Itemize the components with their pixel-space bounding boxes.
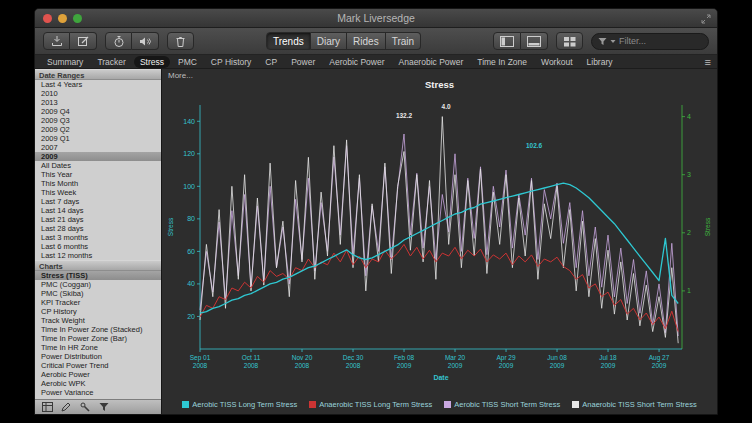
series-anaerobic-tiss-long-term-stress: [200, 244, 678, 331]
tab-summary[interactable]: Summary: [41, 56, 89, 68]
sidebar-item-power-distribution[interactable]: Power Distribution: [35, 352, 161, 361]
svg-text:Apr 29: Apr 29: [496, 354, 516, 362]
tab-power[interactable]: Power: [285, 56, 321, 68]
sidebar-item-last-4-years[interactable]: Last 4 Years: [35, 80, 161, 89]
sidebar-item-2010[interactable]: 2010: [35, 89, 161, 98]
window-title: Mark Liversedge: [337, 12, 415, 24]
view-selector: TrendsDiaryRidesTrain: [266, 32, 421, 50]
sidebar-item-this-year[interactable]: This Year: [35, 170, 161, 179]
sidebar-item-cp-history[interactable]: CP History: [35, 307, 161, 316]
manual-entry-button[interactable]: [70, 32, 97, 50]
tile-view-button[interactable]: [556, 32, 583, 50]
minimize-button[interactable]: [58, 14, 67, 23]
sidebar-item-pmc-skiba[interactable]: PMC (Skiba): [35, 289, 161, 298]
toggle-sidebar-button[interactable]: [493, 32, 521, 50]
sidebar: Date RangesLast 4 Years201020132009 Q420…: [35, 69, 162, 414]
svg-text:Jul 18: Jul 18: [599, 354, 617, 361]
svg-text:20: 20: [187, 313, 195, 320]
app-window: Mark Liversedge: [34, 8, 718, 415]
svg-text:Date: Date: [433, 374, 448, 381]
tab-anaerobic-power[interactable]: Anaerobic Power: [393, 56, 470, 68]
legend-item-anaerobic-tiss-long-term-stress: Anaerobic TISS Long Term Stress: [309, 400, 432, 409]
speaker-button[interactable]: [132, 32, 159, 50]
view-tab-trends[interactable]: Trends: [266, 32, 311, 50]
svg-text:120: 120: [183, 150, 195, 157]
view-tab-train[interactable]: Train: [386, 32, 421, 50]
stopwatch-button[interactable]: [105, 32, 132, 50]
view-tab-diary[interactable]: Diary: [311, 32, 347, 50]
chart-menu-icon[interactable]: ≡: [705, 57, 711, 67]
legend-label: Aerobic TISS Short Term Stress: [454, 400, 560, 409]
sidebar-item-2009-q1[interactable]: 2009 Q1: [35, 134, 161, 143]
sidebar-item-last-28-days[interactable]: Last 28 days: [35, 224, 161, 233]
sidebar-item-2007[interactable]: 2007: [35, 143, 161, 152]
chart-wrap: 204060801001201401234Sep 012008Oct 11200…: [162, 93, 717, 414]
sidebar-item-last-12-months[interactable]: Last 12 months: [35, 251, 161, 260]
legend-item-aerobic-tiss-long-term-stress: Aerobic TISS Long Term Stress: [182, 400, 297, 409]
legend-label: Aerobic TISS Long Term Stress: [192, 400, 297, 409]
sidebar-item-2009-q4[interactable]: 2009 Q4: [35, 107, 161, 116]
sidebar-item-this-month[interactable]: This Month: [35, 179, 161, 188]
legend-label: Anaerobic TISS Long Term Stress: [319, 400, 432, 409]
svg-text:2009: 2009: [498, 362, 513, 369]
svg-text:Aug 27: Aug 27: [648, 354, 669, 362]
svg-text:Nov 20: Nov 20: [291, 354, 312, 361]
sidebar-item-stress-tiss[interactable]: Stress (TISS): [35, 271, 161, 280]
wrench-icon[interactable]: [80, 402, 91, 412]
view-tab-rides[interactable]: Rides: [347, 32, 386, 50]
sidebar-item-2013[interactable]: 2013: [35, 98, 161, 107]
filter-input[interactable]: [619, 36, 702, 46]
sidebar-item-2009-q2[interactable]: 2009 Q2: [35, 125, 161, 134]
tab-cp[interactable]: CP: [259, 56, 283, 68]
sidebar-item-power-variance[interactable]: Power Variance: [35, 388, 161, 397]
sidebar-item-last-6-months[interactable]: Last 6 months: [35, 242, 161, 251]
sidebar-item-aerobic-power[interactable]: Aerobic Power: [35, 370, 161, 379]
sidebar-item-2009-q3[interactable]: 2009 Q3: [35, 116, 161, 125]
sidebar-item-kpi-tracker[interactable]: KPI Tracker: [35, 298, 161, 307]
toggle-lowbar-button[interactable]: [521, 32, 548, 50]
close-button[interactable]: [43, 14, 52, 23]
tab-stress[interactable]: Stress: [134, 56, 170, 68]
legend-swatch: [182, 401, 189, 408]
filter-funnel-icon: [598, 37, 607, 46]
sidebar-item-last-3-months[interactable]: Last 3 months: [35, 233, 161, 242]
svg-text:2009: 2009: [396, 362, 411, 369]
svg-text:4.0: 4.0: [441, 103, 450, 110]
import-icon: [51, 35, 63, 47]
svg-text:80: 80: [187, 215, 195, 222]
sidebar-item-pmc-coggan[interactable]: PMC (Coggan): [35, 280, 161, 289]
sidebar-item-last-21-days[interactable]: Last 21 days: [35, 215, 161, 224]
zoom-button[interactable]: [73, 14, 82, 23]
sidebar-item-critical-power-trend[interactable]: Critical Power Trend: [35, 361, 161, 370]
layout-grid-icon[interactable]: [42, 402, 53, 412]
fullscreen-icon[interactable]: [701, 14, 711, 24]
series-aerobic-tiss-short-term-stress: [200, 134, 678, 336]
tab-pmc[interactable]: PMC: [172, 56, 203, 68]
sidebar-item-last-14-days[interactable]: Last 14 days: [35, 206, 161, 215]
import-ride-button[interactable]: [43, 32, 70, 50]
tab-aerobic-power[interactable]: Aerobic Power: [323, 56, 390, 68]
sidebar-item-aerobic-wpk[interactable]: Aerobic WPK: [35, 379, 161, 388]
tab-time-in-zone[interactable]: Time In Zone: [471, 56, 533, 68]
tab-workout[interactable]: Workout: [535, 56, 579, 68]
sidebar-item-track-weight[interactable]: Track Weight: [35, 316, 161, 325]
tab-cp-history[interactable]: CP History: [205, 56, 257, 68]
sidebar-item-time-in-power-zone-stacked[interactable]: Time In Power Zone (Stacked): [35, 325, 161, 334]
sidebar-item-last-7-days[interactable]: Last 7 days: [35, 197, 161, 206]
sidebar-item-time-in-power-zone-bar[interactable]: Time In Power Zone (Bar): [35, 334, 161, 343]
sidebar-item-all-dates[interactable]: All Dates: [35, 161, 161, 170]
sidebar-item-this-week[interactable]: This Week: [35, 188, 161, 197]
sidebar-item-2009[interactable]: 2009: [35, 152, 161, 161]
edit-pencil-icon[interactable]: [61, 402, 72, 412]
funnel-icon[interactable]: [99, 402, 109, 412]
filter-box[interactable]: [591, 33, 709, 50]
sidebar-item-time-in-hr-zone[interactable]: Time In HR Zone: [35, 343, 161, 352]
chart-area: More... Stress 204060801001201401234Sep …: [162, 69, 717, 414]
svg-text:3: 3: [687, 171, 691, 178]
title-bar: Mark Liversedge: [35, 9, 717, 28]
delete-ride-button[interactable]: [167, 32, 194, 50]
tab-library[interactable]: Library: [581, 56, 619, 68]
tab-tracker[interactable]: Tracker: [91, 56, 132, 68]
traffic-lights: [43, 14, 82, 23]
chart-title: Stress: [162, 79, 717, 90]
